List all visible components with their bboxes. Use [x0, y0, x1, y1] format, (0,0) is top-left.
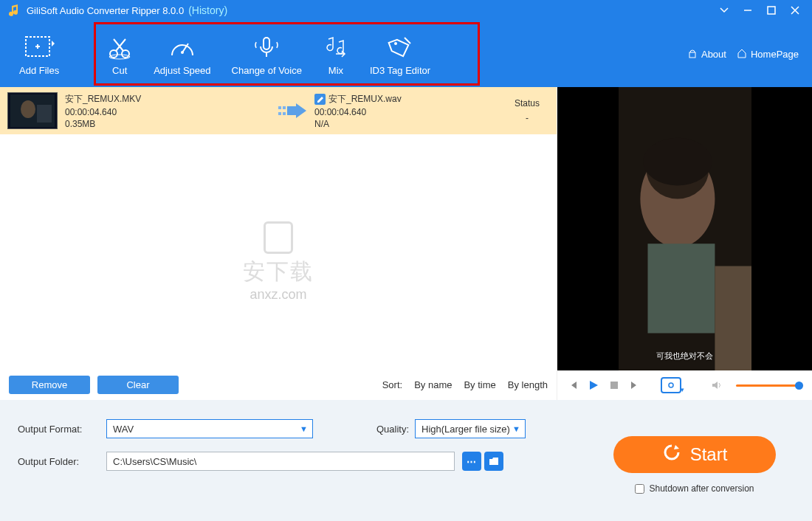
chevron-down-icon: ▼ [300, 424, 308, 433]
scissors-icon [106, 32, 133, 62]
homepage-link[interactable]: HomePage [737, 48, 799, 61]
svg-line-13 [405, 38, 410, 44]
cut-button[interactable]: Cut [96, 24, 143, 83]
history-link[interactable]: (History) [188, 4, 227, 16]
minimize-button[interactable] [738, 3, 757, 18]
home-icon [737, 48, 747, 61]
next-button[interactable] [628, 379, 641, 392]
start-label: Start [690, 444, 728, 465]
mix-button[interactable]: Mix [312, 24, 359, 83]
sort-by-name[interactable]: By name [414, 379, 452, 390]
mix-label: Mix [328, 65, 343, 76]
status-header: Status [505, 98, 549, 108]
shutdown-checkbox-row[interactable]: Shutdown after conversion [635, 483, 754, 494]
chevron-down-icon: ▼ [512, 424, 520, 433]
snapshot-button[interactable]: ▾ [661, 377, 681, 393]
stop-button[interactable] [608, 379, 621, 392]
arrow-icon [272, 102, 314, 120]
app-title: GiliSoft Audio Converter Ripper 8.0.0 [27, 5, 184, 16]
cut-label: Cut [112, 65, 127, 76]
browse-button[interactable]: ⋯ [462, 452, 481, 471]
dst-filename: 安下_REMUX.wav [328, 93, 402, 106]
quality-dropdown[interactable]: High(Larger file size) ▼ [415, 419, 526, 438]
volume-slider[interactable] [736, 384, 803, 387]
playback-bar: ▾ [557, 370, 812, 400]
about-link[interactable]: About [687, 48, 726, 61]
output-format-value: WAV [113, 424, 134, 435]
mix-icon [323, 32, 349, 62]
lock-icon [687, 48, 698, 61]
preview-pane: 可我也绝对不会 ▾ [557, 87, 812, 400]
output-folder-value: C:\Users\CS\Music\ [113, 456, 196, 467]
output-format-dropdown[interactable]: WAV ▼ [106, 419, 313, 438]
list-bottom-bar: Remove Clear Sort: By name By time By le… [0, 370, 557, 400]
svg-point-12 [394, 42, 397, 45]
microphone-icon [253, 32, 280, 62]
dropdown-icon[interactable] [715, 3, 734, 18]
svg-rect-21 [283, 112, 286, 115]
remove-button[interactable]: Remove [9, 376, 90, 394]
clear-button[interactable]: Clear [97, 376, 179, 394]
add-files-label: Add Files [19, 65, 59, 76]
id3-label: ID3 Tag Editor [370, 65, 430, 76]
output-format-label: Output Format: [18, 424, 106, 435]
edit-icon[interactable] [314, 94, 326, 105]
dst-size: N/A [314, 119, 505, 129]
shutdown-label: Shutdown after conversion [649, 483, 754, 494]
quality-label: Quality: [365, 424, 409, 435]
titlebar: GiliSoft Audio Converter Ripper 8.0.0 (H… [0, 0, 812, 21]
src-size: 0.35MB [65, 119, 272, 129]
dst-duration: 00:00:04.640 [314, 107, 505, 117]
src-filename: 安下_REMUX.MKV [65, 93, 272, 106]
open-folder-button[interactable] [484, 452, 503, 471]
sort-by-time[interactable]: By time [464, 379, 495, 390]
file-list-pane: 安下_REMUX.MKV 00:00:04.640 0.35MB 安下_REMU… [0, 87, 557, 400]
change-voice-label: Change of Voice [232, 65, 302, 76]
svg-rect-19 [278, 112, 281, 115]
play-button[interactable] [587, 379, 600, 392]
status-value: - [505, 113, 549, 123]
svg-rect-29 [610, 382, 618, 389]
tag-icon [387, 32, 413, 62]
svg-rect-10 [264, 38, 269, 49]
gauge-icon [169, 32, 196, 62]
svg-rect-27 [647, 244, 715, 333]
prev-button[interactable] [566, 379, 579, 392]
src-duration: 00:00:04.640 [65, 107, 272, 117]
svg-point-16 [21, 100, 35, 118]
svg-rect-17 [37, 105, 52, 123]
refresh-icon [662, 443, 681, 466]
id3-button[interactable]: ID3 Tag Editor [359, 24, 441, 83]
toolbar: Add Files Cut Adjust Speed Change of Voi… [0, 21, 812, 87]
svg-point-9 [181, 51, 184, 54]
svg-point-30 [669, 383, 673, 387]
quality-value: High(Larger file size) [422, 424, 510, 435]
app-icon [7, 4, 21, 17]
output-panel: Output Format: WAV ▼ Quality: High(Large… [0, 400, 812, 521]
svg-rect-22 [287, 106, 296, 115]
close-button[interactable] [785, 3, 805, 18]
sort-label: Sort: [382, 379, 402, 390]
file-row[interactable]: 安下_REMUX.MKV 00:00:04.640 0.35MB 安下_REMU… [0, 87, 557, 134]
output-folder-input[interactable]: C:\Users\CS\Music\ [106, 452, 455, 471]
start-button[interactable]: Start [613, 436, 776, 473]
shutdown-checkbox[interactable] [635, 484, 644, 494]
volume-icon[interactable] [711, 379, 724, 392]
add-files-icon [24, 32, 55, 62]
add-files-button[interactable]: Add Files [9, 24, 69, 83]
svg-rect-1 [768, 7, 775, 14]
sort-by-length[interactable]: By length [508, 379, 548, 390]
adjust-speed-button[interactable]: Adjust Speed [143, 24, 221, 83]
svg-point-5 [110, 50, 117, 58]
change-voice-button[interactable]: Change of Voice [221, 24, 312, 83]
about-label: About [701, 49, 726, 60]
svg-point-6 [122, 50, 129, 58]
svg-point-26 [643, 138, 712, 186]
svg-rect-18 [278, 106, 281, 109]
video-preview[interactable]: 可我也绝对不会 [557, 87, 812, 370]
subtitle-text: 可我也绝对不会 [619, 351, 751, 362]
homepage-label: HomePage [751, 49, 799, 60]
maximize-button[interactable] [762, 3, 781, 18]
output-folder-label: Output Folder: [18, 456, 106, 467]
adjust-speed-label: Adjust Speed [154, 65, 210, 76]
